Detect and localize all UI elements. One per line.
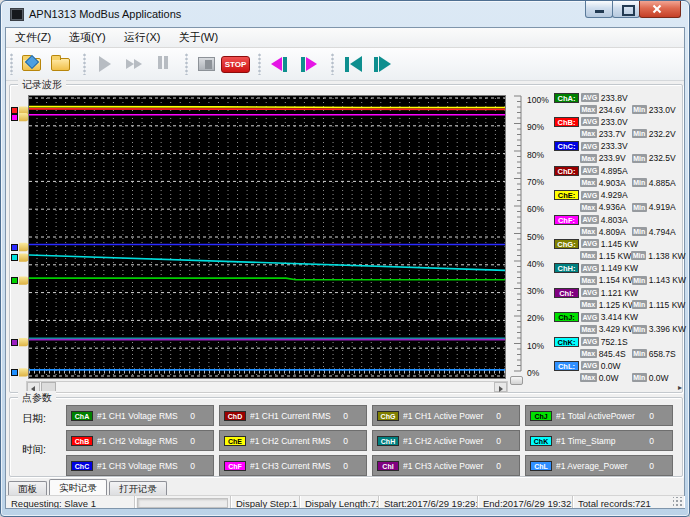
percent-ruler-slider[interactable] bbox=[508, 93, 525, 385]
param-value: 0 bbox=[496, 461, 501, 471]
open-folder-icon bbox=[51, 58, 70, 71]
play-button[interactable] bbox=[91, 51, 118, 77]
min-value: 232.5V bbox=[649, 153, 676, 163]
waveform-group: 记录波形 100%90%80%70%60%50%40%30%20%10%0% ▸… bbox=[9, 84, 683, 393]
param-name: #1 CH1 Voltage RMS bbox=[97, 411, 190, 421]
channel-stats-ChJ: ChJ:AVG3.414 KWMax3.429 KWMin3.396 KW bbox=[554, 312, 682, 336]
last-record-button[interactable] bbox=[368, 51, 395, 77]
marker-color-square bbox=[11, 339, 18, 346]
ruler-thumb[interactable] bbox=[510, 376, 523, 385]
percent-tick-label: 20% bbox=[527, 313, 544, 323]
window-title: APN1313 ModBus Applications bbox=[29, 8, 181, 20]
avg-value: 4.895A bbox=[601, 166, 628, 176]
fast-forward-button[interactable] bbox=[120, 51, 147, 77]
max-chip: Max bbox=[580, 178, 597, 187]
prev-record-button[interactable] bbox=[266, 51, 293, 77]
max-value: 233.9V bbox=[599, 153, 632, 163]
point-params-title: 点参数 bbox=[18, 391, 56, 405]
open-folder-button[interactable] bbox=[47, 51, 74, 77]
param-box-ChJ[interactable]: ChJ#1 Total ActivePower0 bbox=[525, 405, 673, 426]
next-record-button[interactable] bbox=[295, 51, 322, 77]
channel-badge: ChF: bbox=[554, 215, 579, 225]
param-channel-badge: ChL bbox=[530, 461, 552, 471]
avg-value: 233.8V bbox=[601, 93, 628, 103]
channel-badge: ChI: bbox=[554, 288, 579, 298]
avg-value: 3.414 KW bbox=[601, 312, 638, 322]
min-value: 4.885A bbox=[649, 178, 676, 188]
avg-chip: AVG bbox=[581, 264, 599, 273]
first-record-button[interactable] bbox=[339, 51, 366, 77]
stop-button[interactable]: STOP bbox=[222, 51, 249, 77]
param-box-ChH[interactable]: ChH#1 CH2 Active Power0 bbox=[372, 430, 520, 451]
avg-value: 4.929A bbox=[601, 190, 628, 200]
param-value: 0 bbox=[190, 411, 195, 421]
min-value: 4.794A bbox=[649, 227, 676, 237]
chart-horizontal-scrollbar[interactable] bbox=[26, 381, 508, 393]
series-ChB bbox=[29, 109, 505, 110]
min-chip: Min bbox=[632, 227, 647, 236]
resize-grip[interactable] bbox=[673, 497, 683, 507]
param-channel-badge: ChB bbox=[71, 436, 93, 446]
param-name: #1 CH2 Voltage RMS bbox=[97, 436, 190, 446]
open-file-button[interactable] bbox=[18, 51, 45, 77]
param-box-ChC[interactable]: ChC#1 CH3 Voltage RMS0 bbox=[66, 455, 214, 476]
menu-file[interactable]: 文件(Z) bbox=[6, 28, 60, 47]
record-icon bbox=[198, 57, 215, 71]
param-name: #1 CH1 Current RMS bbox=[250, 411, 343, 421]
param-name: #1 CH2 Active Power bbox=[403, 436, 496, 446]
percent-tick-label: 40% bbox=[527, 259, 544, 269]
param-name: #1 CH3 Active Power bbox=[403, 461, 496, 471]
max-chip: Max bbox=[580, 349, 597, 358]
close-icon[interactable] bbox=[639, 1, 681, 18]
param-box-ChL[interactable]: ChL#1 Average_Power0 bbox=[525, 455, 673, 476]
status-bar: Requesting: Slave 1Dispaly Step:1Dispaly… bbox=[6, 495, 684, 508]
last-record-icon bbox=[379, 56, 391, 72]
param-box-ChF[interactable]: ChF#1 CH3 Current RMS0 bbox=[219, 455, 367, 476]
param-box-ChB[interactable]: ChB#1 CH2 Voltage RMS0 bbox=[66, 430, 214, 451]
max-chip: Max bbox=[580, 276, 597, 285]
maximize-icon[interactable] bbox=[612, 1, 640, 18]
param-name: #1 Average_Power bbox=[556, 461, 649, 471]
menu-about[interactable]: 关于(W) bbox=[169, 28, 227, 47]
avg-value: 752.1S bbox=[601, 337, 628, 347]
channel-badge: ChJ: bbox=[554, 312, 579, 322]
param-box-ChI[interactable]: ChI#1 CH3 Active Power0 bbox=[372, 455, 520, 476]
max-chip: Max bbox=[580, 227, 597, 236]
param-channel-badge: ChI bbox=[377, 461, 399, 471]
tab-0[interactable]: 面板 bbox=[8, 481, 47, 495]
scroll-right-icon[interactable] bbox=[494, 382, 507, 392]
marker-strip bbox=[10, 95, 29, 379]
param-value: 0 bbox=[190, 461, 195, 471]
pause-icon bbox=[157, 55, 169, 73]
fast-forward-icon bbox=[126, 59, 134, 69]
series-ChJ bbox=[29, 278, 505, 280]
max-chip: Max bbox=[580, 154, 597, 163]
param-box-ChA[interactable]: ChA#1 CH1 Voltage RMS0 bbox=[66, 405, 214, 426]
percent-tick-label: 80% bbox=[527, 150, 544, 160]
param-box-ChK[interactable]: ChK#1 Time_Stamp0 bbox=[525, 430, 673, 451]
min-chip: Min bbox=[632, 325, 647, 334]
param-name: #1 CH1 Active Power bbox=[403, 411, 496, 421]
minimize-icon[interactable] bbox=[585, 1, 613, 18]
title-bar[interactable]: APN1313 ModBus Applications bbox=[1, 1, 689, 27]
tab-1[interactable]: 实时记录 bbox=[49, 479, 107, 495]
param-box-ChG[interactable]: ChG#1 CH1 Active Power0 bbox=[372, 405, 520, 426]
min-value: 3.396 KW bbox=[649, 324, 686, 334]
tab-2[interactable]: 打开记录 bbox=[109, 481, 167, 495]
param-box-ChE[interactable]: ChE#1 CH2 Current RMS0 bbox=[219, 430, 367, 451]
param-box-ChD[interactable]: ChD#1 CH1 Current RMS0 bbox=[219, 405, 367, 426]
record-button[interactable] bbox=[193, 51, 220, 77]
prev-record-bar-icon bbox=[283, 57, 287, 72]
menu-run[interactable]: 运行(X) bbox=[115, 28, 170, 47]
param-value: 0 bbox=[496, 411, 501, 421]
max-value: 845.4S bbox=[599, 349, 632, 359]
fast-forward-icon bbox=[134, 59, 142, 69]
channel-badge: ChB: bbox=[554, 117, 579, 127]
pause-button[interactable] bbox=[149, 51, 176, 77]
channel-badge: ChE: bbox=[554, 190, 579, 200]
avg-value: 0.0W bbox=[601, 361, 621, 371]
menu-options[interactable]: 选项(Y) bbox=[60, 28, 115, 47]
bottom-tabs: 面板实时记录打开记录 bbox=[8, 479, 169, 495]
avg-chip: AVG bbox=[581, 288, 599, 297]
percent-tick-label: 50% bbox=[527, 232, 544, 242]
